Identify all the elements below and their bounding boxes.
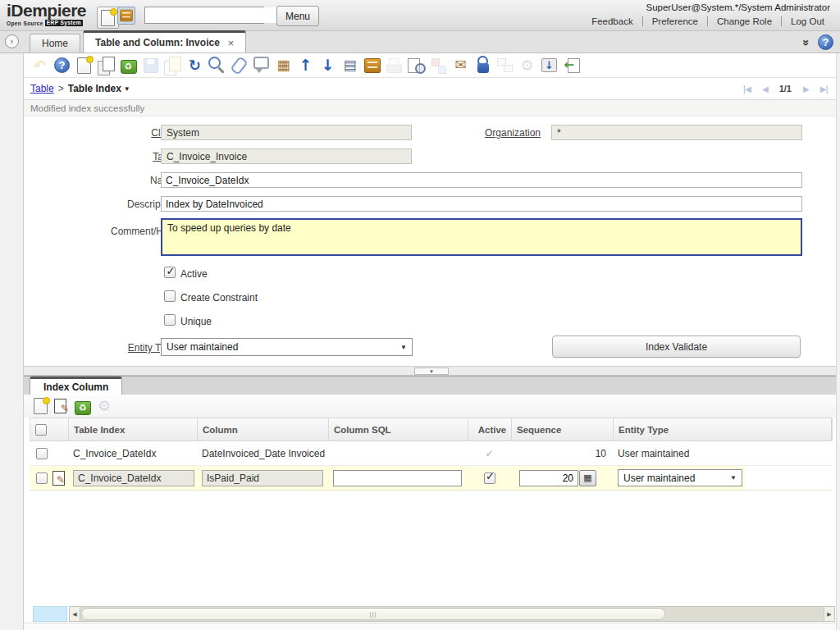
detail-tab-strip: Index Column [24,376,836,395]
process-icon[interactable]: ⚙ [94,396,114,416]
edit-row-icon[interactable]: ✎ [52,396,71,416]
tab-bar-right-controls: « ? [801,34,833,50]
table-row[interactable]: C_Invoice_DateIdx DateInvoiced_Date Invo… [30,441,832,466]
breadcrumb-current[interactable]: Table Index [68,83,121,94]
column-header-column[interactable]: Column [198,418,329,441]
logo-subtitle-left: Open Source [7,21,43,26]
client-field[interactable]: System [161,125,412,140]
horizontal-scrollbar[interactable]: ◀ ||| ▶ [69,606,835,622]
close-icon[interactable]: × [228,37,235,49]
active-checkbox[interactable]: ✓ [164,267,176,278]
log-out-link[interactable]: Log Out [781,16,833,26]
lock-icon[interactable] [472,54,494,76]
column-header-sequence[interactable]: Sequence [512,418,614,441]
next-record-icon[interactable]: ▶ [803,84,809,94]
tab-index-column[interactable]: Index Column [30,377,122,395]
entity-type-select[interactable]: User maintained ▼ [618,469,742,486]
main-toolbar: ↶ ? ♻ ↻ ▦ ↑ ↓ ▤ ✉ ⚙ ↓ ← [24,53,836,78]
save-and-create-icon[interactable] [162,54,184,76]
print-icon[interactable] [383,54,405,76]
breadcrumb-parent-link[interactable]: Table [30,83,54,94]
preference-link[interactable]: Preference [642,16,707,26]
name-field[interactable] [161,172,802,188]
new-window-button[interactable] [97,7,119,29]
create-constraint-checkbox[interactable] [164,290,176,302]
new-record-icon[interactable] [73,54,95,76]
save-icon[interactable] [139,54,162,76]
record-pager: |◀ ◀ 1/1 ▶ ▶| [743,78,828,99]
row-select-checkbox[interactable] [36,448,48,459]
archive-icon[interactable] [361,54,383,76]
unique-checkbox[interactable] [164,314,176,326]
status-message: Modified index successfully [30,103,144,113]
chat-icon[interactable] [250,54,272,76]
report-icon[interactable]: ▤ [339,54,361,76]
sequence-input[interactable] [519,470,578,486]
workflow-icon[interactable] [494,54,516,76]
detail-record-icon[interactable]: ↓ [317,54,339,76]
index-validate-button[interactable]: Index Validate [552,336,801,358]
collapsed-west-panel[interactable] [0,53,24,630]
expand-sidebar-button[interactable]: › [5,34,19,48]
scroll-left-icon[interactable]: ◀ [70,607,80,621]
scrollbar-thumb[interactable]: ||| [81,608,665,620]
delete-row-icon[interactable]: ♻ [73,396,93,416]
column-header-entity-type[interactable]: Entity Type [614,418,833,441]
description-field[interactable] [161,196,802,212]
copy-record-icon[interactable] [95,54,117,76]
change-role-link[interactable]: Change Role [707,16,781,26]
column-header-column-sql[interactable]: Column SQL [329,418,468,441]
chevron-down-icon[interactable]: ▼ [124,85,130,93]
parent-record-icon[interactable]: ↑ [294,54,317,76]
zoom-across-icon[interactable] [405,54,427,76]
end-window-icon[interactable]: ← [560,54,582,76]
client-label[interactable]: Client [53,127,176,139]
column-header-active[interactable]: Active [468,418,512,441]
attachment-icon[interactable] [228,54,250,76]
help-icon[interactable]: ? [51,54,73,76]
first-record-icon[interactable]: |◀ [743,84,751,94]
column-header-table-index[interactable]: Table Index [69,418,198,441]
active-label: Active [180,268,208,280]
preference-icon[interactable]: ⚙ [516,54,538,76]
collapse-header-icon[interactable]: « [798,39,811,46]
open-window-button[interactable] [117,7,135,25]
logo-subtitle-badge: ERP System [45,20,83,26]
column-input[interactable] [202,470,323,486]
feedback-link[interactable]: Feedback [582,16,642,26]
row-select-checkbox[interactable] [36,472,48,484]
table-label[interactable]: Table [53,151,176,162]
menu-button[interactable]: Menu [276,6,319,26]
entity-type-label[interactable]: Entity Type [53,342,176,354]
tab-home[interactable]: Home [30,34,80,52]
comment-help-field[interactable]: To speed up queries by date [161,218,802,256]
scroll-right-icon[interactable]: ▶ [824,607,834,621]
table-index-input[interactable] [73,470,194,486]
organization-field[interactable]: * [551,125,802,140]
entity-type-select[interactable]: User maintained ▼ [161,338,413,356]
active-checkbox[interactable]: ✓ [484,472,495,484]
find-icon[interactable] [206,54,228,76]
splitter-handle[interactable]: ▾ [414,368,449,375]
help-icon[interactable]: ? [818,34,833,50]
delete-record-icon[interactable]: ♻ [117,54,139,76]
chevron-right-icon: › [10,37,13,46]
previous-record-icon[interactable]: ◀ [762,84,768,94]
requests-icon[interactable] [427,54,450,76]
share-icon[interactable]: ✉ [450,54,472,76]
table-field[interactable]: C_Invoice_Invoice [161,148,412,164]
panel-splitter[interactable]: ▾ [24,366,836,376]
tab-table-and-column[interactable]: Table and Column: Invoice × [83,30,246,52]
table-row-editing[interactable]: ✎ ✓ ▦ User maintained ▼ [30,466,832,491]
column-sql-input[interactable] [333,470,462,486]
grid-toggle-icon[interactable]: ▦ [272,54,294,76]
undo-icon[interactable]: ↶ [29,54,51,76]
refresh-icon[interactable]: ↻ [184,54,206,76]
organization-label[interactable]: Organization [395,127,541,139]
new-row-icon[interactable] [30,396,50,416]
calculator-button[interactable]: ▦ [579,470,596,486]
last-record-icon[interactable]: ▶| [820,84,828,94]
lookup-input[interactable] [145,7,279,23]
select-all-checkbox[interactable] [35,424,47,436]
export-icon[interactable]: ↓ [538,54,560,76]
